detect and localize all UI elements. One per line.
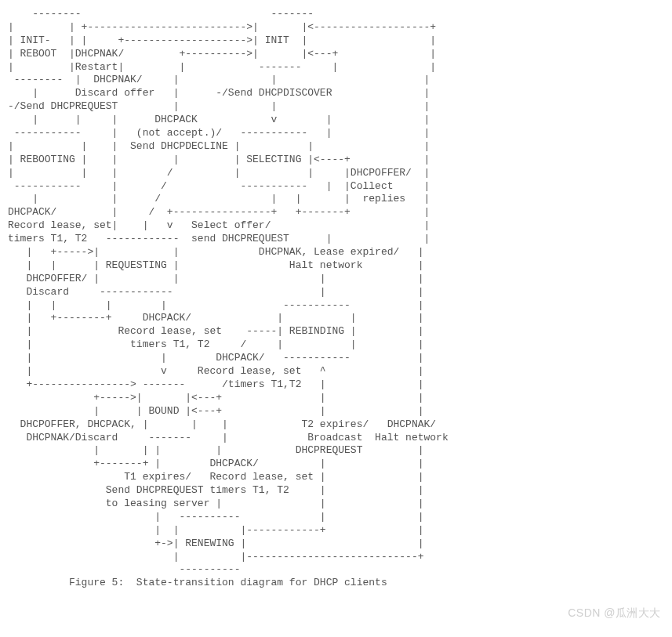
- dhcp-state-diagram: -------- ------- | | +------------------…: [8, 8, 664, 590]
- watermark-text: CSDN @瓜洲大大: [568, 606, 661, 620]
